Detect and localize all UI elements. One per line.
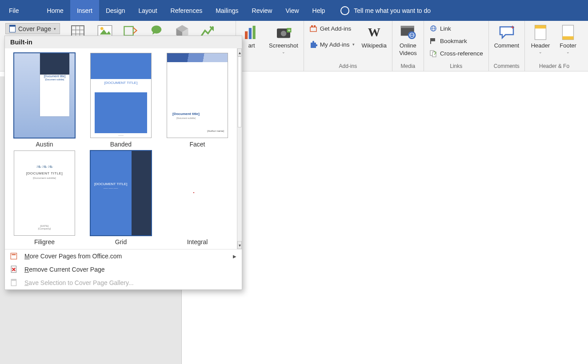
save-selection-item: Save Selection to Cover Page Gallery... xyxy=(5,276,242,289)
group-addins-label: Add-ins xyxy=(339,62,357,70)
scrollbar-thumb[interactable] xyxy=(238,56,241,127)
gallery-item-label: Austin xyxy=(36,141,53,148)
svg-marker-24 xyxy=(431,38,435,41)
store-icon xyxy=(309,24,317,32)
tab-file[interactable]: File xyxy=(0,0,28,21)
comment-button[interactable]: + Comment xyxy=(493,23,520,50)
footer-icon xyxy=(559,24,577,41)
link-button[interactable]: Link xyxy=(428,23,484,34)
svg-rect-8 xyxy=(249,28,252,39)
svg-rect-7 xyxy=(245,32,248,40)
screenshot-label: Screenshot xyxy=(269,42,298,49)
bookmark-icon xyxy=(429,37,437,45)
tab-insert[interactable]: Insert xyxy=(70,0,99,21)
svg-rect-34 xyxy=(12,254,16,255)
get-addins-label: Get Add-ins xyxy=(320,25,352,32)
svg-rect-9 xyxy=(253,26,256,39)
gallery-item-austin[interactable]: [Document title][Document subtitle] Aust… xyxy=(11,53,78,148)
screenshot-button[interactable]: + Screenshot ⌄ xyxy=(268,23,299,55)
online-videos-button[interactable]: Online Videos xyxy=(397,23,419,57)
cross-reference-label: Cross-reference xyxy=(440,50,483,57)
ribbon-tabs: File Home Insert Design Layout Reference… xyxy=(0,0,588,21)
tab-review[interactable]: Review xyxy=(245,0,279,21)
thumb-banded: [DOCUMENT TITLE] —— xyxy=(90,53,152,138)
office-icon xyxy=(10,252,18,260)
svg-rect-3 xyxy=(124,27,133,36)
chevron-down-icon: ⌄ xyxy=(282,50,285,54)
wikipedia-icon: W xyxy=(365,24,383,41)
chevron-down-icon: ▾ xyxy=(54,27,56,31)
my-addins-button[interactable]: My Add-ins ▾ xyxy=(308,39,356,50)
svg-point-2 xyxy=(100,27,104,30)
gallery-item-banded[interactable]: [DOCUMENT TITLE] —— Banded xyxy=(88,53,154,148)
save-selection-label: Save Selection to Cover Page Gallery... xyxy=(24,279,134,286)
svg-rect-30 xyxy=(535,25,546,29)
gallery-item-facet[interactable]: [Document title][Document subtitle] [Aut… xyxy=(164,53,231,148)
header-icon xyxy=(532,24,549,41)
thumb-integral xyxy=(167,150,228,236)
chart-button-partial[interactable]: art xyxy=(240,23,263,50)
tab-layout[interactable]: Layout xyxy=(132,0,164,21)
save-gallery-icon xyxy=(10,279,18,287)
document-page[interactable] xyxy=(181,76,588,364)
gallery-item-filigree[interactable]: ❧❧❧ [DOCUMENT TITLE] [Document subtitle]… xyxy=(11,150,78,245)
wikipedia-label: Wikipedia xyxy=(362,42,387,49)
svg-rect-33 xyxy=(11,253,17,259)
header-label: Header xyxy=(531,42,550,49)
svg-rect-39 xyxy=(11,279,16,281)
remove-cover-page-item[interactable]: Remove Current Cover Page xyxy=(5,263,242,276)
bookmark-label: Bookmark xyxy=(440,38,467,44)
gallery-scrollbar[interactable]: ▴ ▾ xyxy=(237,48,242,249)
footer-button[interactable]: Footer ⌄ xyxy=(557,23,579,55)
gallery-item-label: Facet xyxy=(189,141,205,148)
footer-label: Footer xyxy=(560,42,576,49)
cover-page-dropdown: Built-in [Document title][Document subti… xyxy=(4,36,242,290)
get-addins-button[interactable]: Get Add-ins xyxy=(308,23,356,34)
gallery-item-grid[interactable]: [DOCUMENT TITLE]—— —— —— Grid xyxy=(88,150,154,245)
chevron-right-icon: ▶ xyxy=(233,254,236,259)
puzzle-icon xyxy=(309,40,317,48)
gallery-item-label: Filigree xyxy=(34,238,55,245)
scroll-up-button[interactable]: ▴ xyxy=(237,48,242,56)
link-icon xyxy=(429,24,437,32)
tab-view[interactable]: View xyxy=(279,0,305,21)
my-addins-label: My Add-ins xyxy=(320,41,350,48)
cross-reference-icon xyxy=(429,49,437,57)
group-links-label: Links xyxy=(450,62,462,70)
tab-home[interactable]: Home xyxy=(40,0,70,21)
tab-references[interactable]: References xyxy=(164,0,209,21)
tab-design[interactable]: Design xyxy=(99,0,132,21)
thumb-austin: [Document title][Document subtitle] xyxy=(14,53,75,138)
thumb-filigree: ❧❧❧ [DOCUMENT TITLE] [Document subtitle]… xyxy=(14,150,75,236)
online-videos-label-1: Online xyxy=(400,42,416,49)
header-button[interactable]: Header ⌄ xyxy=(529,23,552,55)
cross-reference-button[interactable]: Cross-reference xyxy=(428,47,484,59)
scroll-down-button[interactable]: ▾ xyxy=(237,241,242,249)
cover-page-button[interactable]: Cover Page ▾ xyxy=(5,23,60,34)
group-media-label: Media xyxy=(401,62,416,70)
svg-text:+: + xyxy=(288,28,291,33)
tab-help[interactable]: Help xyxy=(306,0,332,21)
comment-icon: + xyxy=(498,24,516,41)
svg-rect-14 xyxy=(310,27,316,32)
tell-me-search[interactable]: Tell me what you want to do xyxy=(332,0,431,21)
dropdown-section-header: Built-in xyxy=(5,36,242,48)
comment-label: Comment xyxy=(494,42,519,49)
chevron-down-icon: ⌄ xyxy=(566,50,570,54)
svg-rect-15 xyxy=(311,25,313,27)
link-label: Link xyxy=(440,25,451,32)
wikipedia-button[interactable]: W Wikipedia xyxy=(361,23,388,50)
gallery-item-label: Integral xyxy=(187,238,208,245)
group-comments-label: Comments xyxy=(494,62,520,70)
svg-rect-18 xyxy=(401,26,414,28)
video-icon xyxy=(399,24,417,41)
tab-mailings[interactable]: Mailings xyxy=(209,0,245,21)
svg-rect-16 xyxy=(314,25,316,27)
bookmark-button[interactable]: Bookmark xyxy=(428,35,484,47)
group-label xyxy=(269,62,270,70)
cover-page-gallery: [Document title][Document subtitle] Aust… xyxy=(5,48,237,249)
gallery-item-label: Grid xyxy=(115,238,127,245)
more-cover-pages-item[interactable]: More Cover Pages from Office.com ▶ xyxy=(5,249,242,263)
svg-text:+: + xyxy=(511,24,515,31)
gallery-item-integral[interactable]: Integral xyxy=(164,150,231,245)
